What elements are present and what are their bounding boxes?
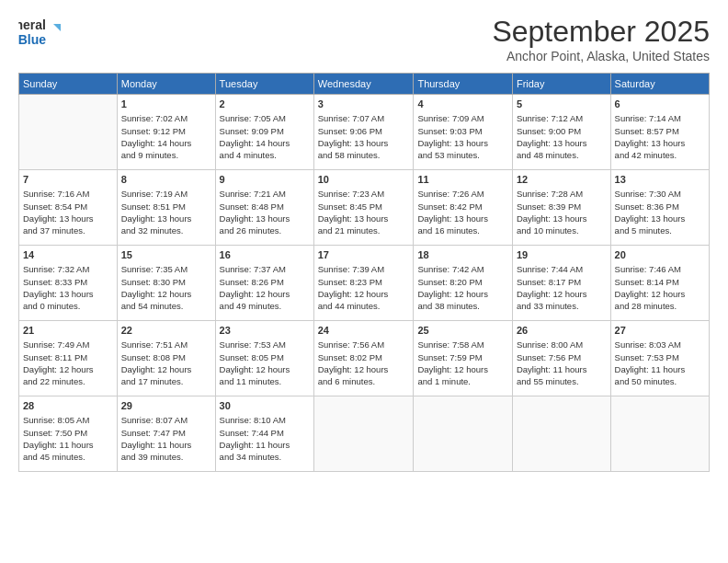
day-number: 18 [417,248,508,262]
day-info: Daylight: 13 hours [417,137,508,149]
day-info: and 1 minute. [417,375,508,387]
day-info: Daylight: 13 hours [517,213,607,224]
day-info: Daylight: 12 hours [615,288,705,300]
day-info: Sunrise: 7:09 AM [417,112,508,124]
day-cell: 11Sunrise: 7:26 AMSunset: 8:42 PMDayligh… [414,170,513,246]
day-number: 24 [318,324,410,338]
day-info: and 39 minutes. [121,451,211,463]
day-info: Sunrise: 7:14 AM [615,112,705,124]
day-number: 4 [417,98,508,111]
header-cell-thursday: Thursday [414,74,513,95]
week-row-4: 21Sunrise: 7:49 AMSunset: 8:11 PMDayligh… [19,321,710,396]
day-cell: 9Sunrise: 7:21 AMSunset: 8:48 PMDaylight… [215,170,313,246]
day-info: and 45 minutes. [23,451,113,463]
day-cell: 22Sunrise: 7:51 AMSunset: 8:08 PMDayligh… [117,321,215,396]
day-info: and 5 minutes. [615,224,705,236]
day-cell: 3Sunrise: 7:07 AMSunset: 9:06 PMDaylight… [313,95,414,170]
day-info: Sunset: 8:26 PM [220,276,310,288]
day-cell: 18Sunrise: 7:42 AMSunset: 8:20 PMDayligh… [414,246,513,321]
day-number: 13 [615,173,705,187]
day-info: Daylight: 14 hours [220,137,310,149]
day-info: and 28 minutes. [615,300,705,312]
day-info: Daylight: 13 hours [121,213,211,224]
subtitle: Anchor Point, Alaska, United States [492,49,710,63]
day-cell: 16Sunrise: 7:37 AMSunset: 8:26 PMDayligh… [215,246,313,321]
header-cell-friday: Friday [512,74,610,95]
day-number: 17 [318,248,410,262]
week-row-5: 28Sunrise: 8:05 AMSunset: 7:50 PMDayligh… [19,396,710,472]
day-cell: 1Sunrise: 7:02 AMSunset: 9:12 PMDaylight… [117,95,215,170]
week-row-3: 14Sunrise: 7:32 AMSunset: 8:33 PMDayligh… [19,246,710,321]
day-number: 12 [517,173,607,187]
logo: GeneralBlue [18,15,83,50]
week-row-1: 1Sunrise: 7:02 AMSunset: 9:12 PMDaylight… [19,95,710,170]
day-info: Sunset: 9:12 PM [121,125,211,137]
day-info: and 6 minutes. [318,375,410,387]
day-info: Sunrise: 8:07 AM [121,414,211,426]
day-info: and 17 minutes. [121,375,211,387]
day-cell: 8Sunrise: 7:19 AMSunset: 8:51 PMDaylight… [117,170,215,246]
day-info: Sunrise: 7:16 AM [23,188,113,200]
day-info: and 4 minutes. [220,149,310,161]
day-info: Daylight: 13 hours [23,288,113,300]
day-cell [610,396,709,472]
day-cell: 10Sunrise: 7:23 AMSunset: 8:45 PMDayligh… [313,170,414,246]
day-cell [512,396,610,472]
day-info: Daylight: 13 hours [318,213,410,224]
day-info: Sunset: 8:23 PM [318,276,410,288]
day-number: 21 [23,324,113,338]
day-info: Sunset: 9:09 PM [220,125,310,137]
day-info: Sunrise: 7:32 AM [23,263,113,275]
day-info: Daylight: 13 hours [23,213,113,224]
day-info: Sunrise: 7:12 AM [517,112,607,124]
day-info: Daylight: 11 hours [220,439,310,451]
day-cell: 5Sunrise: 7:12 AMSunset: 9:00 PMDaylight… [512,95,610,170]
day-info: Sunrise: 7:05 AM [220,112,310,124]
day-cell: 27Sunrise: 8:03 AMSunset: 7:53 PMDayligh… [610,321,709,396]
header-cell-monday: Monday [117,74,215,95]
day-number: 16 [220,248,310,262]
day-info: Sunrise: 8:03 AM [615,339,705,350]
day-cell: 14Sunrise: 7:32 AMSunset: 8:33 PMDayligh… [19,246,118,321]
day-info: Daylight: 12 hours [23,363,113,375]
day-info: Daylight: 12 hours [318,288,410,300]
day-info: and 10 minutes. [517,224,607,236]
day-info: and 33 minutes. [517,300,607,312]
day-cell: 6Sunrise: 7:14 AMSunset: 8:57 PMDaylight… [610,95,709,170]
day-info: and 48 minutes. [517,149,607,161]
day-info: Sunset: 8:14 PM [615,276,705,288]
day-number: 14 [23,248,113,262]
day-info: Daylight: 13 hours [615,137,705,149]
day-info: Sunrise: 7:49 AM [23,339,113,350]
day-info: and 21 minutes. [318,224,410,236]
day-info: Sunset: 9:00 PM [517,125,607,137]
day-info: and 34 minutes. [220,451,310,463]
day-info: Sunset: 8:54 PM [23,201,113,213]
day-info: Sunrise: 7:23 AM [318,188,410,200]
day-number: 3 [318,98,410,111]
day-info: Sunrise: 7:56 AM [318,339,410,350]
day-info: and 55 minutes. [517,375,607,387]
day-cell: 13Sunrise: 7:30 AMSunset: 8:36 PMDayligh… [610,170,709,246]
day-cell [19,95,118,170]
day-info: Sunrise: 7:37 AM [220,263,310,275]
day-info: Sunset: 8:20 PM [417,276,508,288]
day-cell: 17Sunrise: 7:39 AMSunset: 8:23 PMDayligh… [313,246,414,321]
day-info: Sunset: 8:51 PM [121,201,211,213]
day-info: Sunrise: 7:51 AM [121,339,211,350]
day-cell: 2Sunrise: 7:05 AMSunset: 9:09 PMDaylight… [215,95,313,170]
day-info: Sunset: 8:30 PM [121,276,211,288]
day-info: Sunset: 8:36 PM [615,201,705,213]
day-cell [313,396,414,472]
day-info: Sunset: 8:48 PM [220,201,310,213]
day-info: Daylight: 13 hours [615,213,705,224]
day-info: Sunset: 8:08 PM [121,351,211,363]
day-info: Daylight: 11 hours [23,439,113,451]
day-info: and 58 minutes. [318,149,410,161]
header-cell-tuesday: Tuesday [215,74,313,95]
day-info: Sunrise: 7:46 AM [615,263,705,275]
title-area: September 2025 Anchor Point, Alaska, Uni… [492,15,710,63]
day-number: 29 [121,399,211,413]
day-number: 11 [417,173,508,187]
day-info: and 9 minutes. [121,149,211,161]
